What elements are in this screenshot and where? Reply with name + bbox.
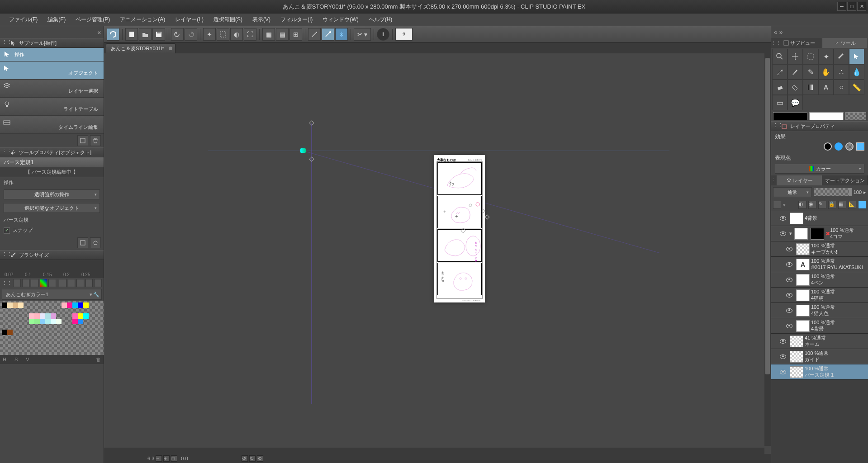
- menu-window[interactable]: ウィンドウ(W): [318, 14, 363, 25]
- layer-btn-lock[interactable]: 🔒: [828, 201, 836, 209]
- layer-visibility-toggle[interactable]: [784, 278, 795, 282]
- palette-select[interactable]: あんこむぎカラー1 🔧: [2, 289, 102, 300]
- info-button[interactable]: i: [377, 28, 389, 41]
- left-collapse[interactable]: «: [0, 26, 104, 38]
- menu-view[interactable]: 表示(V): [248, 14, 275, 25]
- close-button[interactable]: ✕: [857, 2, 866, 11]
- maximize-button[interactable]: □: [847, 2, 856, 11]
- layer-row[interactable]: 100 %通常パース定規 1: [771, 364, 868, 380]
- tool-airbrush[interactable]: ∴: [834, 64, 849, 80]
- layer-visibility-toggle[interactable]: [778, 232, 788, 236]
- pal-btn-2[interactable]: [22, 279, 30, 287]
- tool-wand[interactable]: ✦: [818, 49, 834, 64]
- tool-fill[interactable]: [787, 80, 803, 95]
- layer-row[interactable]: 41 %通常ネーム: [771, 334, 868, 349]
- invert-button[interactable]: ◐: [230, 28, 243, 41]
- tp-wrench-button[interactable]: [90, 237, 101, 248]
- swatch[interactable]: [78, 319, 83, 324]
- tool-select-rect[interactable]: [803, 49, 818, 64]
- deselect-button[interactable]: ✦: [203, 28, 216, 41]
- tool-ruler[interactable]: 📏: [849, 80, 864, 95]
- layer-visibility-toggle[interactable]: [778, 354, 788, 359]
- swatch-grid[interactable]: [0, 301, 104, 355]
- zoom-out-button[interactable]: −: [156, 455, 162, 462]
- swatch[interactable]: [72, 302, 78, 308]
- subtool-layer-select[interactable]: レイヤー選択: [0, 80, 104, 98]
- effect-border-button[interactable]: [824, 142, 832, 151]
- tool-eraser[interactable]: [772, 80, 787, 95]
- tp-combo-selectable[interactable]: 選択可能なオブジェクト: [4, 203, 100, 213]
- swatch[interactable]: [72, 319, 78, 324]
- tool-brush[interactable]: [787, 64, 803, 80]
- swatch[interactable]: [62, 302, 67, 308]
- snap-checkbox[interactable]: ✓: [4, 227, 10, 234]
- layer-row[interactable]: 100 %通常4背景: [771, 318, 868, 334]
- layer-row[interactable]: ▾✖100 %通常4コマ: [771, 226, 868, 241]
- layer-row[interactable]: 4背景: [771, 211, 868, 226]
- pal-btn-5[interactable]: [48, 279, 56, 287]
- zoom-in-button[interactable]: +: [163, 455, 170, 462]
- document-tab[interactable]: あんこ＆麦STORY001l*: [106, 43, 175, 53]
- layer-row[interactable]: 100 %通常4ペン: [771, 272, 868, 288]
- minimize-button[interactable]: ─: [837, 2, 846, 11]
- swatch[interactable]: [51, 319, 56, 324]
- layer-visibility-toggle[interactable]: [784, 308, 795, 313]
- tab-close-icon[interactable]: [169, 47, 172, 50]
- pal-btn-4[interactable]: [40, 279, 47, 287]
- swatch[interactable]: [56, 319, 62, 324]
- swatch[interactable]: [40, 319, 45, 324]
- swatch[interactable]: [34, 313, 40, 319]
- scrollbar-thumb[interactable]: [765, 58, 770, 374]
- layer-visibility-toggle[interactable]: [778, 216, 788, 221]
- swatch[interactable]: [2, 330, 7, 335]
- subtool-panel-header[interactable]: ⋮⋮ サブツール[操作]: [0, 38, 104, 48]
- rotate-ccw-button[interactable]: ↺: [242, 455, 248, 462]
- pal-btn-3[interactable]: [31, 279, 38, 287]
- canvas-page[interactable]: 大事なものは あんこ&麦376 ﾀﾗ ++ あん!! ちょっと休憩 キープか: [434, 155, 485, 302]
- crop-button[interactable]: ✂ ▾: [354, 28, 371, 41]
- swatch[interactable]: [72, 313, 78, 319]
- menu-selection[interactable]: 選択範囲(S): [209, 14, 247, 25]
- layer-row[interactable]: A100 %通常©2017 RYU AKATSUKI: [771, 257, 868, 272]
- menu-page[interactable]: ページ管理(P): [71, 14, 114, 25]
- menu-layer[interactable]: レイヤー(L): [171, 14, 208, 25]
- swatch[interactable]: [51, 313, 56, 319]
- swatch[interactable]: [29, 313, 34, 319]
- pal-btn-9[interactable]: [85, 279, 93, 287]
- effect-color-button[interactable]: [856, 142, 864, 151]
- right-collapse[interactable]: « »: [771, 26, 868, 38]
- menu-file[interactable]: ファイル(F): [5, 14, 42, 25]
- layer-btn-mask[interactable]: ▦: [838, 201, 846, 209]
- blend-mode-select[interactable]: 通常: [773, 187, 812, 197]
- swatch[interactable]: [83, 302, 89, 308]
- background-color[interactable]: [809, 112, 844, 120]
- effect-tone-button[interactable]: [835, 142, 843, 151]
- tool-shape[interactable]: ○: [834, 80, 849, 95]
- transparent-color[interactable]: [845, 112, 866, 120]
- tool-operation[interactable]: [849, 49, 864, 64]
- menu-edit[interactable]: 編集(E): [43, 14, 70, 25]
- rotate-cw-button[interactable]: ↻: [249, 455, 256, 462]
- color-mode-select[interactable]: カラー: [775, 164, 864, 174]
- tool-frame[interactable]: ▭: [772, 95, 787, 110]
- clip-studio-button[interactable]: [107, 28, 119, 41]
- tab-tool[interactable]: ツール: [822, 38, 868, 48]
- layer-btn-draft[interactable]: ✎: [818, 201, 826, 209]
- folder-caret[interactable]: ▾: [789, 231, 792, 236]
- tool-property-header[interactable]: ⋮⋮ ツールプロパティ[オブジェクト]: [0, 147, 104, 157]
- delete-subtool-button[interactable]: [90, 135, 101, 146]
- layer-btn-clip[interactable]: ◐: [798, 201, 806, 209]
- layer-property-header[interactable]: ⋮⋮ レイヤープロパティ: [771, 121, 868, 131]
- menu-animation[interactable]: アニメーション(A): [115, 14, 170, 25]
- swatch[interactable]: [67, 302, 72, 308]
- swatch[interactable]: [83, 313, 89, 319]
- snap-perspective-button[interactable]: [335, 28, 348, 41]
- tool-hand[interactable]: ✋: [818, 64, 834, 80]
- layer-row[interactable]: 100 %通常4猫人色: [771, 303, 868, 318]
- pal-btn-6[interactable]: [59, 279, 66, 287]
- swatch[interactable]: [7, 302, 13, 308]
- guide-handle[interactable]: [309, 120, 314, 125]
- fit-button[interactable]: □: [171, 455, 177, 462]
- layer-visibility-toggle[interactable]: [784, 247, 795, 251]
- tool-gradient[interactable]: [803, 80, 818, 95]
